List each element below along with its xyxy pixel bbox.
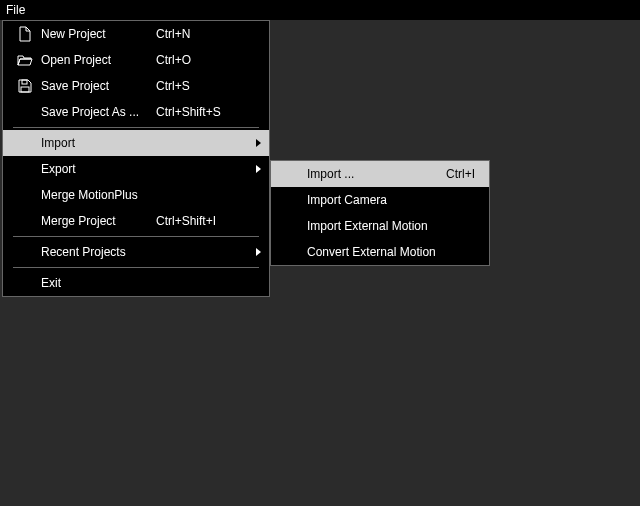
- menu-item-shortcut: Ctrl+S: [156, 79, 247, 93]
- submenu-arrow-icon: [247, 245, 261, 259]
- menu-item-recent-projects[interactable]: Recent Projects: [3, 239, 269, 265]
- menu-item-shortcut: Ctrl+Shift+S: [156, 105, 247, 119]
- menu-item-label: Convert External Motion: [307, 245, 436, 259]
- menu-separator: [13, 127, 259, 128]
- menu-item-shortcut: Ctrl+I: [425, 167, 481, 181]
- folder-open-icon: [9, 53, 41, 67]
- submenu-arrow-icon: [247, 162, 261, 176]
- menu-item-import[interactable]: Import: [3, 130, 269, 156]
- submenu-item-convert-external-motion[interactable]: Convert External Motion: [271, 239, 489, 265]
- submenu-arrow-icon: [247, 136, 261, 150]
- import-submenu: Import ... Ctrl+I Import Camera Import E…: [270, 160, 490, 266]
- submenu-item-import-camera[interactable]: Import Camera: [271, 187, 489, 213]
- menubar: File: [0, 0, 640, 20]
- menu-item-shortcut: Ctrl+N: [156, 27, 247, 41]
- menu-item-label: Recent Projects: [41, 245, 156, 259]
- submenu-item-import-external-motion[interactable]: Import External Motion: [271, 213, 489, 239]
- menu-item-save-project[interactable]: Save Project Ctrl+S: [3, 73, 269, 99]
- menu-item-shortcut: Ctrl+Shift+I: [156, 214, 247, 228]
- submenu-item-import[interactable]: Import ... Ctrl+I: [271, 161, 489, 187]
- menu-item-shortcut: Ctrl+O: [156, 53, 247, 67]
- menu-item-label: Import Camera: [307, 193, 425, 207]
- menu-item-export[interactable]: Export: [3, 156, 269, 182]
- menu-item-merge-motionplus[interactable]: Merge MotionPlus: [3, 182, 269, 208]
- menu-item-exit[interactable]: Exit: [3, 270, 269, 296]
- menu-item-label: Export: [41, 162, 156, 176]
- menu-item-label: New Project: [41, 27, 156, 41]
- new-file-icon: [9, 26, 41, 42]
- menu-separator: [13, 236, 259, 237]
- menu-item-merge-project[interactable]: Merge Project Ctrl+Shift+I: [3, 208, 269, 234]
- svg-rect-0: [22, 80, 27, 84]
- menu-item-label: Import ...: [307, 167, 425, 181]
- menu-item-label: Save Project As ...: [41, 105, 156, 119]
- menu-item-label: Save Project: [41, 79, 156, 93]
- menu-item-label: Open Project: [41, 53, 156, 67]
- menu-item-label: Import: [41, 136, 156, 150]
- menu-item-label: Merge MotionPlus: [41, 188, 156, 202]
- menu-separator: [13, 267, 259, 268]
- menu-item-new-project[interactable]: New Project Ctrl+N: [3, 21, 269, 47]
- menu-item-label: Merge Project: [41, 214, 156, 228]
- menubar-file[interactable]: File: [0, 0, 33, 20]
- menu-item-label: Import External Motion: [307, 219, 428, 233]
- menu-item-label: Exit: [41, 276, 156, 290]
- file-menu: New Project Ctrl+N Open Project Ctrl+O S…: [2, 20, 270, 297]
- save-icon: [9, 79, 41, 93]
- menu-item-save-project-as[interactable]: Save Project As ... Ctrl+Shift+S: [3, 99, 269, 125]
- svg-rect-1: [21, 87, 29, 92]
- menu-item-open-project[interactable]: Open Project Ctrl+O: [3, 47, 269, 73]
